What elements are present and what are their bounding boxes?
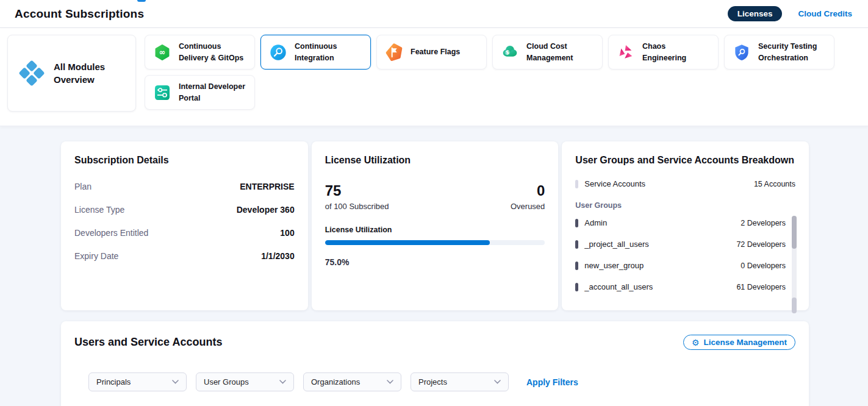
user-group-name: new_user_group [584, 261, 644, 270]
module-label: Internal Developer Portal [179, 81, 247, 103]
users-and-service-accounts-card: Users and Service Accounts ⚙ License Man… [61, 321, 809, 406]
subscription-detail-rows: Plan ENTERPRISE License Type Developer 3… [74, 182, 295, 261]
used-count: 75 [325, 183, 389, 199]
detail-row-developers-entitled: Developers Entitled 100 [74, 228, 295, 238]
apply-filters-link[interactable]: Apply Filters [526, 377, 578, 387]
detail-value: 100 [280, 228, 294, 238]
modules-band: All Modules Overview ∞ Continuous Delive… [0, 28, 868, 126]
user-group-row: _project_all_users 72 Developers [575, 240, 786, 249]
module-card-chaos-engineering[interactable]: Chaos Engineering [608, 35, 719, 69]
dropdown-label: Organizations [311, 377, 360, 386]
projects-dropdown[interactable]: Projects [411, 372, 509, 391]
header-actions: Licenses Cloud Credits [728, 6, 852, 21]
subscription-details-title: Subscription Details [74, 155, 295, 166]
chevron-down-icon [494, 380, 501, 384]
detail-label: Plan [74, 182, 91, 191]
overused-summary: 0 Overused [511, 183, 545, 211]
user-groups-heading: User Groups [575, 201, 795, 210]
module-card-continuous-integration[interactable]: Continuous Integration [260, 35, 371, 69]
license-management-button[interactable]: ⚙ License Management [683, 335, 795, 350]
subscription-details-card: Subscription Details Plan ENTERPRISE Lic… [61, 141, 308, 310]
module-card-feature-flags[interactable]: Feature Flags [376, 35, 487, 69]
module-label: Continuous Delivery & GitOps [179, 41, 247, 63]
page-title: Account Subscriptions [15, 7, 144, 21]
breakdown-title: User Groups and Service Accounts Breakdo… [575, 155, 795, 166]
utilization-bar-fill [325, 240, 490, 245]
scrollbar-thumb[interactable] [792, 216, 797, 249]
service-accounts-label: Service Accounts [584, 179, 645, 188]
module-label: Chaos Engineering [642, 41, 711, 63]
feature-flags-icon [384, 43, 404, 62]
detail-row-plan: Plan ENTERPRISE [74, 182, 295, 191]
dropdown-label: Projects [418, 377, 447, 386]
cd-gitops-icon: ∞ [152, 43, 172, 62]
module-label: Continuous Integration [295, 41, 363, 63]
module-card-cloud-cost[interactable]: $ Cloud Cost Management [492, 35, 603, 69]
service-accounts-row: Service Accounts 15 Accounts [575, 179, 795, 188]
detail-row-license-type: License Type Developer 360 [74, 205, 295, 215]
module-card-internal-developer-portal[interactable]: Internal Developer Portal [145, 75, 255, 110]
user-group-name: _project_all_users [584, 240, 649, 249]
user-group-row: _account_all_users 61 Developers [575, 282, 786, 291]
license-management-label: License Management [703, 338, 787, 347]
detail-value: 1/1/2030 [261, 251, 295, 261]
utilization-percent: 75.0% [325, 257, 545, 267]
chevron-down-icon [172, 380, 179, 384]
overused-count: 0 [511, 183, 545, 199]
detail-value: Developer 360 [237, 205, 295, 215]
users-card-title: Users and Service Accounts [74, 336, 222, 349]
breakdown-card: User Groups and Service Accounts Breakdo… [562, 141, 809, 310]
user-group-row: Admin 2 Developers [575, 218, 786, 227]
user-group-name: _account_all_users [584, 282, 653, 291]
user-group-marker-icon [575, 283, 578, 291]
user-group-marker-icon [575, 240, 578, 249]
organizations-dropdown[interactable]: Organizations [303, 372, 401, 391]
module-card-cd-gitops[interactable]: ∞ Continuous Delivery & GitOps [145, 35, 255, 69]
detail-value: ENTERPRISE [240, 182, 294, 191]
detail-label: License Type [74, 205, 124, 215]
content-area: Subscription Details Plan ENTERPRISE Lic… [0, 126, 868, 406]
license-utilization-card: License Utilization 75 of 100 Subscribed… [312, 141, 559, 310]
utilization-bar-track [325, 240, 545, 245]
user-group-value: 61 Developers [736, 283, 786, 291]
cloud-credits-tab[interactable]: Cloud Credits [798, 9, 852, 18]
module-card-security-testing[interactable]: Security Testing Orchestration [724, 35, 834, 69]
user-group-row: new_user_group 0 Developers [575, 261, 786, 270]
chevron-down-icon [279, 380, 286, 384]
principals-dropdown[interactable]: Principals [88, 372, 187, 391]
module-label: Cloud Cost Management [526, 41, 595, 63]
user-groups-dropdown[interactable]: User Groups [196, 372, 294, 391]
user-group-marker-icon [575, 262, 578, 270]
cloud-cost-icon: $ [500, 43, 520, 62]
used-summary: 75 of 100 Subscribed [325, 183, 389, 211]
internal-developer-portal-icon [152, 83, 172, 102]
groups-scrollbar[interactable] [792, 216, 797, 313]
scrollbar-thumb-bottom[interactable] [792, 297, 797, 313]
ci-icon [268, 43, 288, 62]
used-caption: of 100 Subscribed [325, 202, 389, 211]
user-group-marker-icon [575, 219, 578, 227]
security-testing-icon [732, 43, 751, 62]
all-modules-overview-card[interactable]: All Modules Overview [7, 35, 136, 112]
users-card-header: Users and Service Accounts ⚙ License Man… [74, 335, 795, 350]
licenses-tab[interactable]: Licenses [728, 6, 783, 21]
module-label: Feature Flags [411, 46, 460, 57]
page-header: Account Subscriptions Licenses Cloud Cre… [0, 0, 868, 28]
license-utilization-title: License Utilization [325, 155, 545, 166]
user-group-name: Admin [584, 218, 607, 227]
all-modules-overview-label: All Modules Overview [54, 60, 126, 86]
user-group-value: 2 Developers [741, 219, 786, 227]
service-accounts-marker-icon [575, 180, 578, 188]
all-modules-icon [18, 59, 46, 87]
filters-row: Principals User Groups Organizations Pro… [88, 372, 795, 391]
user-groups-list: Admin 2 Developers _project_all_users 72… [575, 218, 795, 291]
clipped-tab-indicator [137, 0, 146, 2]
chaos-engineering-icon [616, 43, 636, 62]
detail-label: Developers Entitled [74, 228, 148, 238]
chevron-down-icon [387, 380, 393, 384]
detail-row-expiry-date: Expiry Date 1/1/2030 [74, 251, 295, 261]
module-cards: ∞ Continuous Delivery & GitOps Continuou… [145, 35, 861, 110]
usage-summary: 75 of 100 Subscribed 0 Overused [325, 183, 545, 211]
utilization-bar-label: License Utilization [325, 226, 545, 234]
detail-label: Expiry Date [74, 251, 118, 261]
